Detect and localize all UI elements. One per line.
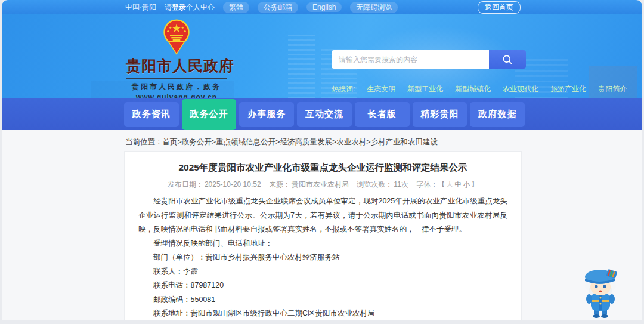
hot-search-link[interactable]: 新型工业化 bbox=[407, 84, 443, 94]
hot-search-link[interactable]: 旅游产业化 bbox=[550, 84, 586, 94]
site-url: www.guiyang.gov.cn bbox=[126, 93, 227, 98]
topbar: 中国·贵阳 请登录个人中心 繁體 公务邮箱 English 无障碍浏览 返回首页 bbox=[2, 0, 642, 14]
nav-tab-banshi-fuwu[interactable]: 办事服务 bbox=[239, 102, 294, 127]
article-card: 2025年度贵阳市农业产业化市级重点龙头企业运行监测和评定结果公示 发布日期：2… bbox=[124, 151, 522, 320]
article-paragraph: 联系地址：贵阳市观山湖区市级行政中心二期C区贵阳市农业农村局 bbox=[138, 307, 507, 320]
topbar-region-link[interactable]: 中国·贵阳 bbox=[125, 2, 156, 13]
fontsize-medium-button[interactable]: 中 bbox=[454, 180, 462, 189]
site-logo[interactable]: 贵阳市人民政府 贵阳市人民政府．政务 www.guiyang.gov.cn bbox=[126, 19, 227, 98]
topbar-accessibility-link[interactable]: 无障碍浏览 bbox=[350, 2, 398, 13]
hot-search-link[interactable]: 农业现代化 bbox=[503, 84, 538, 94]
site-title: 贵阳市人民政府 bbox=[126, 56, 227, 76]
nav-tab-hudong-jiaoliu[interactable]: 互动交流 bbox=[297, 102, 352, 127]
topbar-english-link[interactable]: English bbox=[306, 2, 342, 12]
article-paragraph: 邮政编码：550081 bbox=[138, 293, 507, 307]
site-frame: 中国·贵阳 请登录个人中心 繁體 公务邮箱 English 无障碍浏览 返回首页 bbox=[2, 0, 642, 320]
article-paragraph: 受理情况反映的部门、电话和地址： bbox=[138, 237, 507, 251]
source-label: 来源： bbox=[269, 180, 290, 189]
site-banner: 贵阳市人民政府 贵阳市人民政府．政务 www.guiyang.gov.cn 热搜… bbox=[2, 14, 642, 98]
breadcrumb-trail[interactable]: 首页>政务公开>重点领域信息公开>经济高质量发展>农业农村>乡村产业和农田建设 bbox=[163, 138, 438, 146]
nav-tab-zhengwu-zixun[interactable]: 政务资讯 bbox=[124, 102, 179, 127]
article-paragraph: 经贵阳市农业产业化市级重点龙头企业联席会议成员单位审定，现对2025年开展的农业… bbox=[138, 195, 507, 237]
national-emblem-icon bbox=[161, 19, 192, 55]
publish-date: 2025-10-20 10:52 bbox=[205, 180, 261, 189]
hot-search-link[interactable]: 生态文明 bbox=[367, 84, 395, 94]
article-paragraph: 部门（单位）：贵阳市乡村振兴服务中心农村经济服务站 bbox=[138, 251, 507, 265]
topbar-login-link[interactable]: 请登录个人中心 bbox=[165, 2, 215, 13]
fontsize-large-button[interactable]: 大 bbox=[446, 180, 453, 189]
search-bar bbox=[332, 50, 526, 69]
breadcrumb: 当前位置：首页>政务公开>重点领域信息公开>经济高质量发展>农业农村>乡村产业和… bbox=[2, 130, 642, 147]
fontsize-bracket: 】 bbox=[471, 180, 478, 189]
nav-tab-zhengwu-gongkai[interactable]: 政务公开 bbox=[182, 99, 237, 130]
hot-search-label: 热搜词: bbox=[332, 84, 355, 94]
nav-tab-zhangzheban[interactable]: 长者版 bbox=[355, 102, 410, 127]
article-title: 2025年度贵阳市农业产业化市级重点龙头企业运行监测和评定结果公示 bbox=[125, 162, 521, 174]
nav-tab-jingcai-guiyang[interactable]: 精彩贵阳 bbox=[413, 102, 467, 127]
article-meta: 发布日期：2025-10-20 10:52 来源：贵阳市农业农村局 浏览次数：1… bbox=[125, 180, 521, 190]
login-prefix: 请 bbox=[165, 3, 172, 11]
fontsize-small-button[interactable]: 小 bbox=[463, 180, 470, 189]
search-button[interactable] bbox=[489, 50, 526, 69]
hot-search-link[interactable]: 贵阳简介 bbox=[598, 84, 627, 94]
article-body: 经贵阳市农业产业化市级重点龙头企业联席会议成员单位审定，现对2025年开展的农业… bbox=[125, 190, 521, 320]
article-paragraph: 联系人：李霞 bbox=[138, 265, 507, 279]
breadcrumb-label: 当前位置： bbox=[125, 138, 163, 146]
source-value: 贵阳市农业农村局 bbox=[292, 180, 349, 189]
nav-tab-zhengfu-shuju[interactable]: 政府数据 bbox=[470, 102, 525, 127]
mascot-assistant-icon[interactable] bbox=[576, 264, 625, 320]
hot-search-row: 热搜词: 生态文明 新型工业化 新型城镇化 农业现代化 旅游产业化 贵阳简介 bbox=[332, 84, 627, 94]
main-nav: 政务资讯 政务公开 办事服务 互动交流 长者版 精彩贵阳 政府数据 bbox=[2, 98, 642, 130]
publish-label: 发布日期： bbox=[168, 180, 203, 189]
article-paragraph: 联系电话：87987120 bbox=[138, 279, 507, 293]
fontsize-label: 字体：【 bbox=[416, 180, 445, 189]
topbar-traditional-link[interactable]: 繁體 bbox=[223, 2, 249, 13]
skyline-building bbox=[288, 33, 315, 98]
hot-search-link[interactable]: 新型城镇化 bbox=[455, 84, 491, 94]
views-value: 11次 bbox=[394, 180, 408, 189]
topbar-mail-link[interactable]: 公务邮箱 bbox=[258, 2, 298, 13]
views-label: 浏览次数： bbox=[357, 180, 392, 189]
search-icon bbox=[501, 54, 513, 66]
site-subtitle: 贵阳市人民政府．政务 bbox=[126, 78, 227, 92]
search-input[interactable] bbox=[332, 50, 489, 69]
login-bold: 登录 bbox=[172, 3, 186, 11]
login-suffix: 个人中心 bbox=[186, 3, 215, 11]
back-to-home-button[interactable]: 返回首页 bbox=[478, 1, 521, 14]
